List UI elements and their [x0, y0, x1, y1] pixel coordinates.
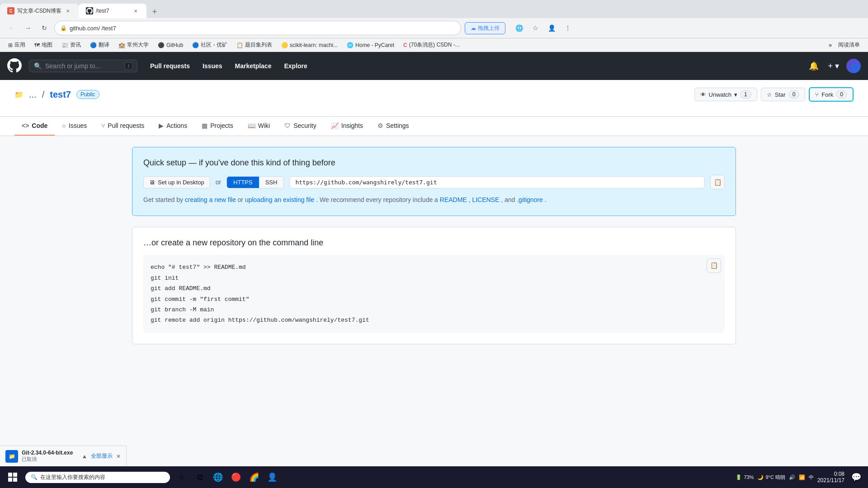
bookmark-apps[interactable]: ⊞应用 [5, 40, 28, 50]
repo-nav-pullrequests[interactable]: ⑂ Pull requests [94, 117, 151, 136]
fork-count: 0 [836, 90, 847, 99]
repo-separator: / [42, 89, 45, 100]
repo-nav-issues[interactable]: ○ Issues [55, 117, 94, 136]
repo-nav-settings[interactable]: ⚙ Settings [370, 117, 416, 136]
gitignore-link[interactable]: .gitignore [517, 196, 543, 203]
unwatch-button[interactable]: 👁 Unwatch ▾ 1 [694, 88, 757, 101]
nav-pull-requests[interactable]: Pull requests [145, 59, 195, 73]
star-button[interactable]: ☆ Star 0 [761, 88, 806, 101]
protocol-group: HTTPS SSH [226, 176, 284, 188]
repo-actions: 👁 Unwatch ▾ 1 ☆ Star 0 ⑂ Fork 0 [694, 87, 854, 102]
projects-icon: ▦ [202, 122, 208, 129]
bookmark-translate[interactable]: 🔵翻译 [87, 40, 112, 50]
copy-commands-button[interactable]: 📋 [707, 258, 721, 273]
upload-file-link[interactable]: uploading an existing file [245, 196, 314, 203]
quick-setup-row: 🖥 Set up in Desktop or HTTPS SSH https:/… [143, 175, 725, 189]
quick-setup-section: Quick setup — if you've done this kind o… [132, 147, 736, 216]
tab-title-1: 写文章-CSDN博客 [17, 7, 61, 15]
repo-owner[interactable]: ... [29, 89, 37, 100]
navigation-bar: ← → ↻ 🔒 github.com/ /test7 ☁ 拖拽上传 🌐 ☆ 👤 … [0, 18, 868, 38]
bookmark-sklearn[interactable]: 🟡scikit-learn: machi... [278, 41, 340, 49]
back-button[interactable]: ← [5, 22, 18, 34]
quick-setup-title: Quick setup — if you've done this kind o… [143, 158, 725, 168]
profile-icon[interactable]: 👤 [545, 22, 558, 34]
repo-url-bar[interactable]: https://github.com/wangshirely/test7.git [289, 176, 705, 188]
bookmark-csdn[interactable]: C(70条消息) CSDN -... [401, 40, 462, 50]
actions-icon: ▶ [159, 122, 164, 129]
main-content: Quick setup — if you've done this kind o… [118, 136, 750, 362]
search-placeholder: Search or jump to... [45, 62, 100, 70]
bookmark-github[interactable]: ⚫GitHub [155, 41, 186, 49]
browser-tab-2[interactable]: /test7 ✕ [79, 4, 146, 18]
browser-tab-1[interactable]: C 写文章-CSDN博客 ✕ [0, 4, 79, 18]
repo-nav-wiki[interactable]: 📖 Wiki [241, 117, 277, 136]
unwatch-count: 1 [740, 90, 751, 99]
bookmark-community[interactable]: 🔵社区 - 优矿 [189, 40, 230, 50]
cmd-line-6: git remote add origin https://github.com… [151, 315, 717, 325]
fork-icon: ⑂ [815, 91, 819, 98]
github-search[interactable]: 🔍 Search or jump to... / [29, 60, 137, 72]
repo-nav-projects[interactable]: ▦ Projects [194, 117, 241, 136]
nav-explore[interactable]: Explore [278, 59, 312, 73]
security-icon: 🛡 [284, 122, 291, 129]
tab-bar: C 写文章-CSDN博客 ✕ /test7 ✕ + [0, 0, 868, 18]
cloud-icon: ☁ [471, 25, 476, 31]
user-avatar[interactable]: 👤 [846, 59, 861, 73]
settings-icon: ⚙ [377, 122, 383, 129]
menu-icon[interactable]: ⋮ [561, 22, 574, 34]
https-button[interactable]: HTTPS [227, 177, 259, 188]
bookmark-map[interactable]: 🗺地图 [32, 40, 55, 50]
nav-marketplace[interactable]: Marketplace [230, 59, 277, 73]
github-nav: Pull requests Issues Marketplace Explore [145, 59, 313, 73]
code-icon: <> [22, 122, 29, 129]
eye-icon: 👁 [700, 91, 706, 98]
notifications-button[interactable]: 🔔 [807, 59, 821, 73]
readme-link[interactable]: README [440, 196, 467, 203]
repo-name[interactable]: test7 [50, 89, 71, 100]
copy-url-button[interactable]: 📋 [710, 175, 725, 189]
repo-nav-security[interactable]: 🛡 Security [277, 117, 324, 136]
star-icon-btn: ☆ [767, 91, 772, 98]
tab-close-1[interactable]: ✕ [64, 7, 71, 14]
github-logo[interactable] [7, 58, 22, 74]
tab-title-2: /test7 [96, 8, 129, 14]
setup-description: Get started by creating a new file or up… [143, 195, 725, 205]
setup-desktop-button[interactable]: 🖥 Set up in Desktop [143, 176, 210, 188]
repo-header: 📁 ... / test7 Public 👁 Unwatch ▾ 1 ☆ Sta… [0, 80, 868, 117]
create-new-file-link[interactable]: creating a new file [185, 196, 236, 203]
license-link[interactable]: LICENSE [472, 196, 499, 203]
wiki-icon: 📖 [248, 122, 255, 129]
fork-button[interactable]: ⑂ Fork 0 [809, 87, 854, 102]
reading-list[interactable]: 阅读清单 [835, 40, 863, 50]
repo-nav-insights[interactable]: 📈 Insights [324, 117, 370, 136]
command-block: 📋 echo "# test7" >> README.md git init g… [143, 255, 725, 333]
nav-issues[interactable]: Issues [197, 59, 228, 73]
cmd-line-5: git branch -M main [151, 305, 717, 315]
translate-icon[interactable]: 🌐 [513, 22, 525, 34]
address-bar[interactable]: 🔒 github.com/ /test7 [54, 21, 461, 35]
repo-nav: <> Code ○ Issues ⑂ Pull requests ▶ Actio… [0, 117, 868, 136]
dropdown-icon: ▾ [734, 91, 737, 98]
toolbar-right: 🌐 ☆ 👤 ⋮ [513, 22, 574, 34]
more-bookmarks[interactable]: » [829, 42, 832, 48]
upload-button[interactable]: ☁ 拖拽上传 [465, 22, 505, 34]
ssh-button[interactable]: SSH [259, 177, 284, 188]
repo-nav-actions[interactable]: ▶ Actions [151, 117, 194, 136]
repo-nav-code[interactable]: <> Code [14, 117, 55, 136]
create-button[interactable]: + ▾ [826, 59, 841, 73]
cmd-line-3: git add README.md [151, 283, 717, 294]
bookmarks-bar: ⊞应用 🗺地图 📰资讯 🔵翻译 🏫常州大学 ⚫GitHub 🔵社区 - 优矿 📋… [0, 38, 868, 52]
bookmark-problems[interactable]: 📋题目集列表 [234, 40, 275, 50]
bookmark-news[interactable]: 📰资讯 [59, 40, 84, 50]
star-icon[interactable]: ☆ [529, 22, 542, 34]
refresh-button[interactable]: ↻ [38, 22, 51, 34]
tab-favicon-1: C [7, 7, 14, 14]
pr-icon: ⑂ [101, 122, 105, 129]
tab-close-2[interactable]: ✕ [132, 7, 139, 14]
bookmark-university[interactable]: 🏫常州大学 [116, 40, 151, 50]
insights-icon: 📈 [331, 122, 339, 129]
bookmark-pycaret[interactable]: 🌐Home - PyCaret [344, 41, 397, 49]
browser-window: C 写文章-CSDN博客 ✕ /test7 ✕ + ← → ↻ 🔒 github… [0, 0, 868, 52]
new-tab-button[interactable]: + [148, 5, 161, 18]
forward-button[interactable]: → [22, 22, 34, 34]
